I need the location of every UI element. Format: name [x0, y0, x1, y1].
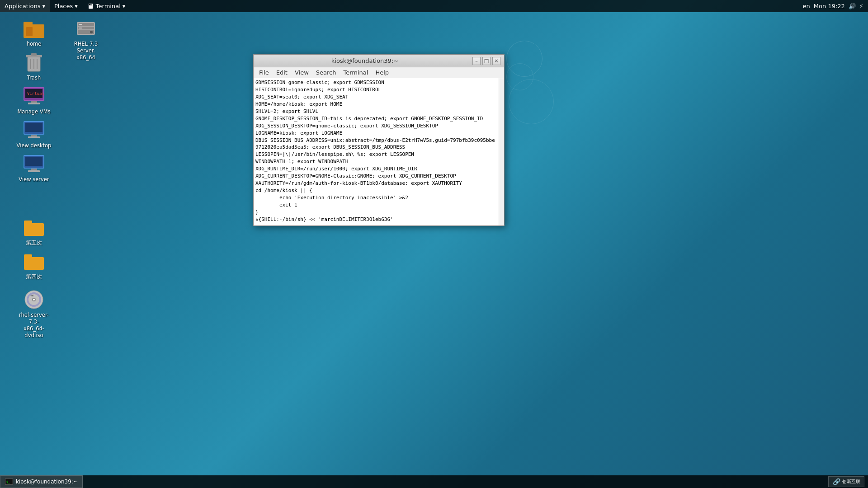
desktop-icon-view-server[interactable]: View server [14, 151, 54, 185]
svg-rect-34 [24, 257, 44, 270]
terminal-content: GDMSESSION=gnome-classic; export GDMSESS… [255, 79, 502, 225]
term-line: GNOME_DESKTOP_SESSION_ID=this-is-depreca… [255, 115, 496, 122]
term-line: } [255, 209, 496, 216]
minimize-button[interactable]: – [472, 57, 481, 65]
menu-search[interactable]: Search [312, 67, 340, 78]
terminal-menu[interactable]: 🖥 Terminal ▾ [82, 0, 130, 12]
fifth-folder-icon [23, 216, 45, 238]
term-line: XDG_CURRENT_DESKTOP=GNOME-Classic:GNOME;… [255, 173, 496, 180]
panel-right: en Mon 19:22 🔊 ⚡ [798, 0, 868, 12]
svg-point-9 [90, 31, 93, 33]
term-line: echo 'Execution directory inaccessible' … [255, 194, 496, 202]
view-desktop-label: View desktop [17, 142, 52, 149]
desktop-icon-trash[interactable]: Trash [14, 50, 54, 83]
terminal-menubar: File Edit View Search Terminal Help [254, 67, 504, 78]
term-line: cd /home/kiosk || { [255, 187, 496, 194]
fourth-folder-icon [23, 250, 45, 272]
term-line: ${SHELL:-/bin/sh} << 'marcinDELIMITER301… [255, 216, 496, 223]
view-server-icon [23, 153, 45, 175]
term-line: XDG_SEAT=seat0; export XDG_SEAT [255, 94, 496, 101]
terminal-label: Terminal [96, 3, 121, 9]
svg-rect-7 [79, 24, 82, 25]
terminal-arrow: ▾ [123, 3, 126, 9]
desktop-icon-rhel-dvd[interactable]: rhel rhel-server-7.3-x86_64-dvd.iso [14, 287, 54, 341]
svg-rect-32 [24, 223, 44, 236]
svg-rect-25 [31, 135, 37, 136]
titlebar-buttons: – □ × [472, 57, 500, 65]
taskbar-terminal-icon: $_ [5, 479, 13, 485]
maximize-button[interactable]: □ [482, 57, 491, 65]
svg-text:VirtualBox: VirtualBox [27, 91, 44, 96]
brand-logo: 🔗 创新互联 [828, 476, 864, 487]
desktop: Applications ▾ Places ▾ 🖥 Terminal ▾ en … [0, 0, 868, 488]
fourth-folder-label: 第四次 [26, 273, 42, 280]
dvd-iso-icon: rhel [23, 289, 45, 310]
trash-icon [23, 52, 45, 73]
svg-rect-26 [28, 136, 40, 138]
server-cd-icon [75, 18, 97, 39]
term-line: HOME=/home/kiosk; export HOME [255, 101, 496, 108]
term-line: DBUS_SESSION_BUS_ADDRESS=unix:abstract=/… [255, 137, 496, 144]
brand-name: 创新互联 [842, 479, 860, 485]
clock: Mon 19:22 [814, 3, 845, 9]
desktop-icon-fourth-folder[interactable]: 第四次 [14, 249, 54, 282]
terminal-window: kiosk@foundation39:~ – □ × File Edit Vie… [253, 54, 505, 226]
svg-rect-24 [25, 123, 42, 132]
term-line: 9712020ea5dad5ea5; export DBUS_SESSION_B… [255, 144, 496, 151]
term-line: GDMSESSION=gnome-classic; export GDMSESS… [255, 79, 496, 86]
desktop-icon-view-desktop[interactable]: View desktop [14, 117, 54, 151]
places-label: Places [54, 3, 73, 9]
battery-icon: ⚡ [859, 3, 863, 9]
menu-edit[interactable]: Edit [273, 67, 291, 78]
term-line: XDG_RUNTIME_DIR=/run/user/1000; export X… [255, 165, 496, 173]
close-button[interactable]: × [492, 57, 500, 65]
terminal-titlebar: kiosk@foundation39:~ – □ × [254, 55, 504, 67]
terminal-body[interactable]: GDMSESSION=gnome-classic; export GDMSESS… [254, 78, 504, 225]
home-icon-label: home [27, 41, 42, 47]
term-line: HISTCONTROL=ignoredups; export HISTCONTR… [255, 86, 496, 94]
applications-menu[interactable]: Applications ▾ [0, 0, 50, 12]
svg-rect-8 [79, 28, 82, 28]
rhel-dvd-label: rhel-server-7.3-x86_64-dvd.iso [15, 312, 52, 339]
svg-rect-20 [28, 103, 40, 104]
term-line: LOGNAME=kiosk; export LOGNAME [255, 130, 496, 137]
top-panel: Applications ▾ Places ▾ 🖥 Terminal ▾ en … [0, 0, 868, 12]
svg-rect-31 [28, 170, 40, 172]
places-arrow: ▾ [75, 3, 78, 9]
taskbar-terminal-label: kiosk@foundation39:~ [16, 479, 78, 485]
svg-text:rhel: rhel [30, 294, 33, 297]
svg-rect-1 [24, 22, 33, 27]
taskbar: $_ kiosk@foundation39:~ 🔗 创新互联 [0, 475, 868, 488]
places-menu[interactable]: Places ▾ [50, 0, 82, 12]
term-line: XAUTHORITY=/run/gdm/auth-for-kiosk-BT1bk… [255, 180, 496, 187]
view-server-label: View server [19, 176, 49, 183]
svg-rect-19 [31, 101, 37, 103]
svg-rect-35 [24, 254, 32, 259]
svg-rect-2 [26, 27, 33, 36]
applications-label: Applications [5, 3, 40, 9]
menu-view[interactable]: View [291, 67, 312, 78]
terminal-title: kiosk@foundation39:~ [257, 57, 472, 64]
terminal-scrollbar[interactable] [499, 78, 504, 225]
taskbar-terminal-item[interactable]: $_ kiosk@foundation39:~ [0, 475, 83, 488]
desktop-icon-fifth-folder[interactable]: 第五次 [14, 215, 54, 248]
desktop-icon-rhel-server[interactable]: RHEL-7.3 Server.x86_64 [66, 16, 106, 63]
svg-text:$_: $_ [6, 480, 10, 484]
rhel-server-label: RHEL-7.3 Server.x86_64 [67, 41, 104, 61]
home-folder-icon [23, 18, 45, 39]
menu-terminal[interactable]: Terminal [340, 67, 372, 78]
desktop-icon-home[interactable]: home [14, 16, 54, 49]
menu-file[interactable]: File [255, 67, 273, 78]
svg-point-39 [33, 299, 35, 300]
menu-help[interactable]: Help [372, 67, 392, 78]
svg-rect-29 [25, 157, 42, 166]
applications-arrow: ▾ [42, 3, 45, 9]
term-line: exit 1 [255, 202, 496, 209]
svg-rect-12 [31, 53, 37, 56]
view-desktop-icon [23, 119, 45, 141]
desktop-icon-manage-vms[interactable]: VirtualBox Manage VMs [14, 84, 54, 117]
term-line: touch file1 [255, 223, 496, 225]
brand-icon: 🔗 [833, 478, 840, 485]
trash-label: Trash [27, 75, 41, 81]
volume-icon[interactable]: 🔊 [849, 3, 856, 9]
